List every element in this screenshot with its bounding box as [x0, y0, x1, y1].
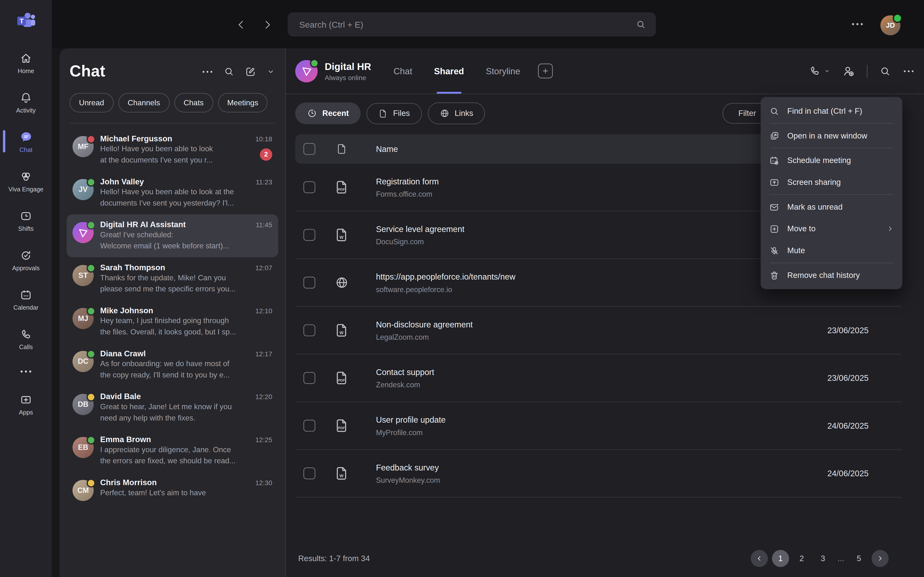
mic-off-icon [769, 245, 780, 256]
user-presence-dot [893, 13, 902, 23]
tab-chat[interactable]: Chat [394, 48, 412, 94]
nav-back-icon[interactable] [235, 19, 247, 31]
conversation-item[interactable]: MJ Mike Johnson12:10 Hey team, I just fi… [67, 300, 278, 343]
menu-item-open-new-window[interactable]: Open in a new window [761, 125, 902, 147]
next-page-button[interactable] [872, 550, 888, 567]
teams-app-window: JD T Home Activity [0, 0, 924, 577]
menu-item-mute[interactable]: Mute [761, 240, 902, 261]
chip-meetings[interactable]: Meetings [218, 93, 268, 113]
sidebar-item-viva-engage[interactable]: Viva Engage [0, 161, 52, 201]
chevron-down-icon [824, 68, 830, 74]
add-tab-button[interactable] [538, 63, 552, 78]
move-to-icon [769, 223, 780, 234]
conversation-item[interactable]: ST Sarah Thompson12:07 Thanks for the up… [67, 257, 278, 300]
avatar: CM [73, 480, 94, 501]
sidebar-more-apps[interactable] [0, 358, 52, 384]
sidebar-item-activity[interactable]: Activity [0, 82, 52, 122]
row-checkbox[interactable] [304, 324, 315, 336]
status-dot-available [87, 221, 95, 230]
tab-storyline[interactable]: Storyline [486, 48, 520, 94]
page-5[interactable]: 5 [850, 550, 867, 567]
conversation-item[interactable]: CM Chris Morrison12:30 Perfect, team! Le… [67, 472, 278, 507]
avatar: DC [73, 351, 94, 372]
teams-logo-icon[interactable]: T [15, 10, 37, 31]
sidebar-item-shifts[interactable]: Shifts [0, 201, 52, 240]
menu-item-find-in-chat[interactable]: Find in chat (Ctrl + F) [761, 100, 902, 122]
calendar-icon [19, 288, 32, 301]
menu-divider [769, 263, 893, 263]
menu-item-schedule-meeting[interactable]: Schedule meeting [761, 150, 902, 171]
status-dot-away [87, 393, 95, 401]
chip-channels[interactable]: Channels [118, 93, 170, 113]
status-dot-available [87, 178, 95, 187]
user-avatar[interactable]: JD [880, 15, 900, 35]
pdf-file-icon: PDF [334, 180, 350, 195]
chevron-down-icon[interactable] [267, 67, 275, 76]
segment-files[interactable]: Files [367, 103, 422, 124]
conversation-item[interactable]: DC Diana Crawl12:17 As for onboarding: w… [67, 343, 278, 386]
menu-item-mark-as-unread[interactable]: Mark as unread [761, 196, 902, 218]
svg-text:PDF: PDF [338, 426, 345, 430]
chip-unread[interactable]: Unread [69, 93, 113, 113]
tab-shared[interactable]: Shared [434, 48, 464, 94]
row-checkbox[interactable] [304, 467, 315, 479]
approvals-icon [19, 249, 32, 262]
menu-divider [769, 194, 893, 195]
chip-chats[interactable]: Chats [174, 93, 213, 113]
sidebar-item-calls[interactable]: Calls [0, 319, 52, 358]
sidebar-item-chat[interactable]: Chat [0, 122, 52, 161]
conversation-item[interactable]: JV John Valley11:23 Hello! Have you been… [67, 171, 278, 214]
conversation-item-selected[interactable]: Digital HR AI Assistant11:45 Great! I've… [67, 214, 278, 257]
segment-links[interactable]: Links [428, 102, 485, 124]
menu-item-remove-chat-history[interactable]: Remove chat history [761, 264, 902, 286]
add-people-button[interactable] [842, 64, 855, 77]
word-file-icon: W [334, 466, 350, 481]
digital-hr-avatar[interactable] [295, 60, 318, 82]
chat-more-icon[interactable] [202, 70, 213, 73]
file-icon [378, 109, 388, 118]
table-row[interactable]: PDF User profile update MyProfile.com 24… [295, 402, 901, 450]
results-footer: Results: 1-7 from 34 1 2 3 ... 5 [286, 539, 924, 577]
row-checkbox[interactable] [304, 372, 315, 384]
page-3[interactable]: 3 [814, 550, 831, 567]
page-ellipsis: ... [836, 550, 846, 567]
conversation-item[interactable]: MF Michael Fergusson10:18 Hello! Have yo… [67, 128, 278, 171]
table-row[interactable]: W Feedback survey SurveyMonkey.com 24/06… [295, 450, 901, 497]
pdf-file-icon: PDF [334, 418, 350, 434]
select-all-checkbox[interactable] [304, 143, 315, 155]
search-input[interactable] [288, 20, 635, 29]
segment-recent[interactable]: Recent [295, 102, 361, 124]
table-row[interactable]: PDF Contact support Zendesk.com 23/06/20… [295, 355, 901, 402]
row-checkbox[interactable] [304, 181, 315, 193]
sidebar-item-approvals[interactable]: Approvals [0, 240, 52, 280]
avatar: JV [73, 179, 94, 200]
global-search-bar[interactable] [288, 12, 656, 36]
page-1[interactable]: 1 [772, 550, 789, 567]
link-globe-icon [335, 276, 349, 290]
chat-search-icon[interactable] [223, 66, 234, 77]
conversation-item[interactable]: DB David Bale12:20 Great to hear, Jane! … [67, 386, 278, 429]
table-row[interactable]: W Non-disclosure agreement LegalZoom.com… [295, 307, 901, 355]
sidebar-item-apps[interactable]: Apps [0, 384, 52, 424]
find-in-chat-icon[interactable] [879, 65, 891, 77]
avatar: EB [73, 437, 94, 458]
titlebar-more-icon[interactable] [851, 22, 864, 27]
call-button[interactable] [808, 64, 830, 77]
new-chat-icon[interactable] [244, 66, 256, 77]
row-checkbox[interactable] [304, 277, 315, 288]
conversation-title: Digital HR [325, 61, 371, 72]
prev-page-button[interactable] [751, 550, 768, 567]
page-2[interactable]: 2 [793, 550, 810, 567]
svg-text:T: T [19, 17, 24, 25]
menu-item-screen-sharing[interactable]: Screen sharing [761, 171, 902, 193]
row-checkbox[interactable] [304, 229, 315, 241]
row-checkbox[interactable] [304, 420, 315, 432]
conversation-item[interactable]: EB Emma Brown12:25 I appreciate your dil… [67, 429, 278, 472]
digital-hr-logo-avatar [73, 222, 94, 243]
conversation-more-icon[interactable] [903, 69, 914, 73]
nav-forward-icon[interactable] [262, 19, 273, 31]
sidebar-item-home[interactable]: Home [0, 43, 52, 82]
column-header-name: Name [376, 144, 398, 154]
sidebar-item-calendar[interactable]: Calendar [0, 280, 52, 319]
menu-item-move-to[interactable]: Move to [761, 218, 902, 240]
